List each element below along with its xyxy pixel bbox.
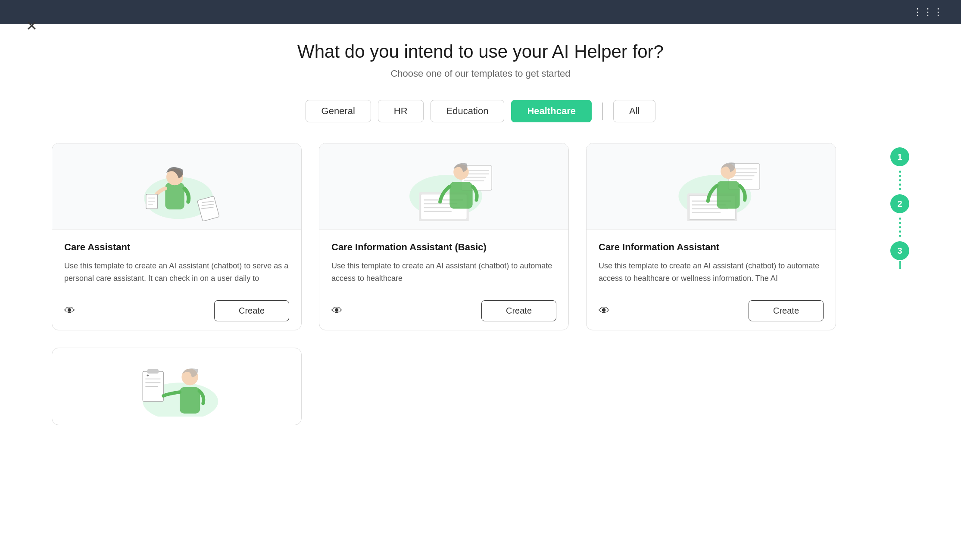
card-title-1: Care Assistant <box>64 242 289 253</box>
card-title-2: Care Information Assistant (Basic) <box>331 242 556 253</box>
card-title-3: Care Information Assistant <box>599 242 824 253</box>
card-body-2: Care Information Assistant (Basic) Use t… <box>319 230 568 293</box>
svg-rect-7 <box>197 196 220 221</box>
preview-icon-3[interactable]: 👁 <box>599 304 610 317</box>
svg-rect-40 <box>717 181 739 208</box>
preview-icon-1[interactable]: 👁 <box>64 304 75 317</box>
create-button-3[interactable]: Create <box>749 300 824 321</box>
step-line-3 <box>899 261 901 269</box>
card-care-info: Care Information Assistant Use this temp… <box>586 143 836 330</box>
create-button-1[interactable]: Create <box>214 300 289 321</box>
card-footer-1: 👁 Create <box>52 293 301 330</box>
tab-divider <box>602 103 603 120</box>
card-footer-2: 👁 Create <box>319 293 568 330</box>
card-illustration-3 <box>587 143 836 230</box>
step-1: 1 <box>890 147 909 166</box>
card-body-1: Care Assistant Use this template to crea… <box>52 230 301 293</box>
filter-tabs: General HR Education Healthcare All <box>52 100 909 122</box>
tab-all[interactable]: All <box>613 100 655 122</box>
step-2: 2 <box>890 194 909 213</box>
svg-rect-49 <box>180 387 200 413</box>
grid-icon[interactable]: ⋮⋮⋮ <box>913 6 944 18</box>
card-footer-3: 👁 Create <box>587 293 836 330</box>
svg-rect-1 <box>165 183 184 209</box>
top-bar: ⋮⋮⋮ <box>0 0 961 24</box>
card-illustration-2 <box>319 143 568 230</box>
card-desc-1: Use this template to create an AI assist… <box>64 260 289 285</box>
card-illustration-1 <box>52 143 301 230</box>
tab-healthcare[interactable]: Healthcare <box>511 100 592 122</box>
stepper: 1 2 3 <box>890 147 909 425</box>
cards-section: Care Assistant Use this template to crea… <box>52 143 864 330</box>
create-button-2[interactable]: Create <box>481 300 556 321</box>
preview-icon-2[interactable]: 👁 <box>331 304 343 317</box>
tab-hr[interactable]: HR <box>378 100 424 122</box>
step-dots-2 <box>899 213 901 241</box>
card-desc-3: Use this template to create an AI assist… <box>599 260 824 285</box>
partial-card-4: + <box>52 348 302 425</box>
step-dots-1 <box>899 166 901 194</box>
card-desc-2: Use this template to create an AI assist… <box>331 260 556 285</box>
main-content: What do you intend to use your AI Helper… <box>0 24 961 442</box>
card-body-3: Care Information Assistant Use this temp… <box>587 230 836 293</box>
tab-education[interactable]: Education <box>431 100 505 122</box>
header-section: What do you intend to use your AI Helper… <box>52 41 909 79</box>
card-care-info-basic: Care Information Assistant (Basic) Use t… <box>319 143 569 330</box>
row-2: + <box>52 348 864 425</box>
step-3: 3 <box>890 241 909 260</box>
svg-text:+: + <box>147 373 149 378</box>
page-subtitle: Choose one of our templates to get start… <box>52 68 909 79</box>
svg-rect-25 <box>449 182 472 208</box>
page-title: What do you intend to use your AI Helper… <box>52 41 909 62</box>
card-care-assistant: Care Assistant Use this template to crea… <box>52 143 302 330</box>
tab-general[interactable]: General <box>306 100 371 122</box>
